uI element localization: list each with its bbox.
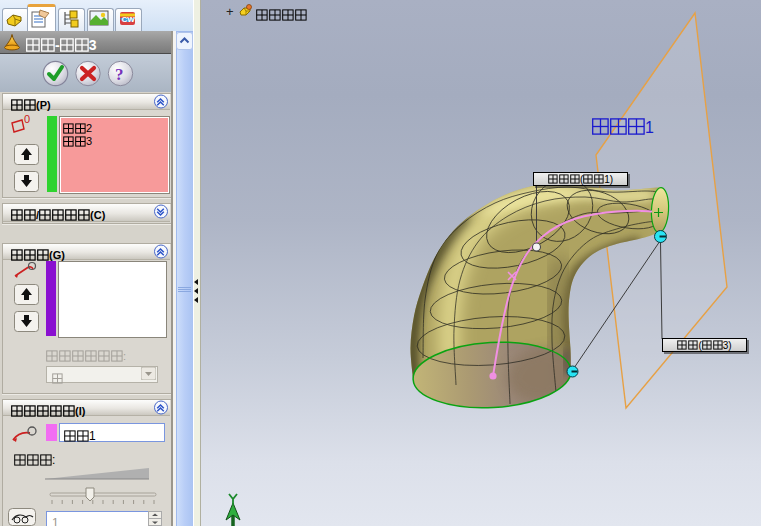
svg-text:?: ?: [115, 65, 124, 84]
svg-text:CW: CW: [122, 15, 136, 24]
svg-text:0: 0: [24, 113, 30, 125]
